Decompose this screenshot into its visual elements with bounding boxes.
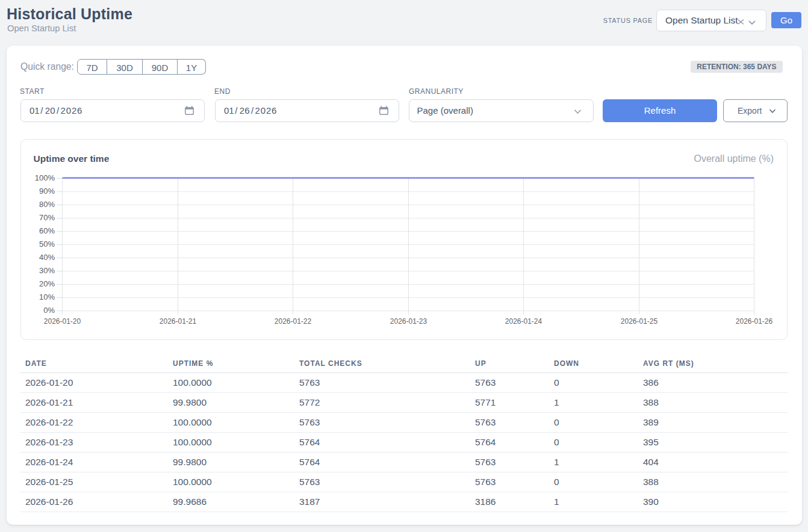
svg-text:40%: 40% [39, 253, 55, 262]
svg-text:2026-01-23: 2026-01-23 [390, 317, 427, 326]
svg-text:20%: 20% [39, 279, 55, 288]
svg-text:2026-01-20: 2026-01-20 [44, 317, 81, 326]
svg-text:2026-01-26: 2026-01-26 [736, 317, 773, 326]
svg-text:0%: 0% [43, 306, 55, 315]
svg-text:100%: 100% [35, 173, 55, 182]
svg-text:10%: 10% [39, 292, 55, 302]
svg-text:60%: 60% [39, 226, 55, 235]
svg-text:90%: 90% [39, 187, 55, 196]
svg-text:2026-01-21: 2026-01-21 [160, 317, 197, 326]
svg-text:30%: 30% [39, 266, 55, 275]
svg-text:2026-01-22: 2026-01-22 [275, 317, 312, 326]
svg-text:2026-01-25: 2026-01-25 [621, 317, 658, 326]
svg-text:80%: 80% [39, 200, 55, 209]
svg-text:2026-01-24: 2026-01-24 [505, 317, 542, 326]
svg-text:70%: 70% [39, 213, 55, 222]
svg-text:50%: 50% [39, 240, 55, 249]
